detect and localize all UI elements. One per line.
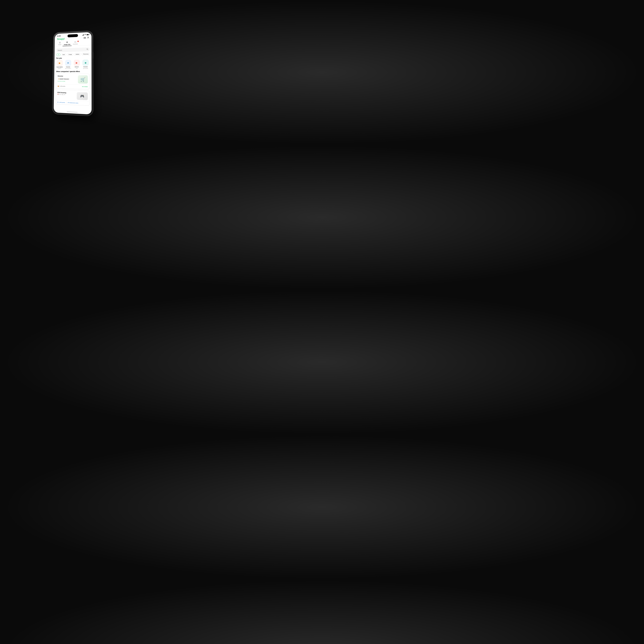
see-details-button[interactable]: See details	[82, 86, 88, 87]
tab-vouchers-label: Vouchers	[73, 43, 78, 45]
subscription-icon-wrap: ▶	[57, 60, 63, 66]
points-text: 1,200 points	[60, 86, 65, 87]
courses1-icon: ≫	[67, 62, 69, 64]
dynamic-island	[67, 34, 78, 37]
courses2-sub: Up to 30,00	[83, 68, 88, 69]
grocery-offer-card: Grocery ⚙ 30,000 T Discount For the 1st …	[56, 74, 90, 89]
tab-home-label: Home	[58, 44, 61, 45]
ps5-card: PS5 Drawing 📅 Sun, May 7th 🎮 ⬡	[56, 90, 90, 106]
basket-icon: 🧺	[58, 85, 59, 87]
internet-icon: ▶	[76, 61, 78, 64]
card-icon[interactable]	[84, 37, 86, 39]
vouchers-badge: 3	[77, 41, 79, 42]
diamond-icon: ⬡	[57, 101, 58, 103]
offer-points: 🧺 1,200 points	[58, 85, 65, 87]
offer-image: 🛒	[78, 75, 88, 84]
snapp-club-icon	[66, 41, 68, 44]
screen-content: All Best Snapp Market Pharmacy Sh... For…	[54, 45, 92, 112]
power-button	[93, 52, 93, 59]
offer-discount-badge: ⚙ 30,000 T Discount	[58, 78, 69, 80]
battery-icon	[87, 34, 89, 35]
voucher-icon	[75, 41, 76, 43]
header-actions	[84, 37, 89, 39]
courses2-name: Courses	[83, 66, 88, 67]
chip-pharmacy[interactable]: Pharmacy	[82, 53, 90, 55]
svg-point-2	[88, 37, 89, 38]
offer-first-order: For the 1st order	[58, 81, 78, 82]
redeemed-codes[interactable]: 🏷 Redeemed codes	[68, 102, 78, 104]
tag-icon: 🏷	[68, 102, 69, 103]
home-bar	[67, 111, 78, 113]
service-courses2[interactable]: ◉ Courses Up to 30,00	[82, 60, 89, 69]
internet-name: Internet	[75, 66, 79, 67]
tab-snapp-club-label: Snapp Club	[64, 44, 70, 45]
ps5-top: PS5 Drawing 📅 Sun, May 7th 🎮	[56, 90, 89, 101]
calendar-icon: 📅	[57, 94, 59, 95]
for-you-scroll: ▶ Subscription 30,000 T ≫ Courses Up to …	[54, 60, 92, 71]
courses1-sub: Up to 30,000 T	[65, 68, 71, 69]
offer-name: Grocery	[58, 75, 78, 77]
service-courses1[interactable]: ≫ Courses Up to 30,000 T	[65, 60, 72, 69]
volume-down-button	[53, 59, 53, 65]
silent-button	[53, 48, 54, 52]
phone-frame: 21:00 Snapp!	[52, 31, 93, 116]
ps5-points-text: 1,100 points	[59, 102, 65, 103]
chip-snapp[interactable]: Snapp	[67, 53, 73, 56]
svg-rect-1	[84, 38, 86, 38]
courses1-icon-wrap: ≫	[65, 60, 71, 66]
internet-sub: 10%	[76, 68, 78, 69]
other-offers-title: Other companies' special offers	[54, 71, 92, 74]
ps5-name: PS5 Drawing	[57, 92, 77, 94]
ps5-date-text: Sun, May 7th	[59, 94, 65, 95]
service-subscription[interactable]: ▶ Subscription 30,000 T	[56, 60, 63, 69]
home-icon	[59, 42, 61, 44]
ps5-date: 📅 Sun, May 7th	[57, 94, 77, 96]
courses2-icon-wrap: ◉	[83, 60, 89, 66]
wifi-icon	[85, 34, 86, 35]
volume-up-button	[53, 53, 53, 58]
phone-screen: 21:00 Snapp!	[54, 32, 92, 114]
signal-icon	[82, 34, 84, 35]
offer-top: Grocery ⚙ 30,000 T Discount For the 1st …	[58, 75, 88, 84]
tab-vouchers[interactable]: Vouchers 3	[72, 40, 79, 46]
svg-line-4	[88, 49, 88, 50]
divider	[66, 102, 67, 103]
chip-all[interactable]: All	[56, 53, 61, 56]
app-logo: Snapp!	[57, 38, 65, 41]
internet-icon-wrap: ▶	[74, 60, 80, 66]
ps5-image-emoji: 🎮	[80, 94, 84, 98]
service-internet[interactable]: ▶ Internet 10%	[73, 60, 80, 69]
subscription-icon: ▶	[59, 62, 61, 65]
tab-home[interactable]: Home	[57, 41, 63, 46]
ps5-info: PS5 Drawing 📅 Sun, May 7th	[57, 92, 77, 96]
discount-text: 30,000 T Discount	[60, 78, 69, 80]
user-icon[interactable]	[87, 37, 89, 39]
courses1-name: Courses	[66, 66, 70, 67]
coin-icon: ⚙	[58, 78, 59, 80]
offer-info: Grocery ⚙ 30,000 T Discount For the 1st …	[58, 75, 78, 82]
offers-section: Grocery ⚙ 30,000 T Discount For the 1st …	[54, 74, 92, 106]
subscription-name: Subscription	[56, 66, 63, 68]
status-icons	[82, 34, 89, 36]
chip-market[interactable]: Market	[74, 53, 81, 56]
tab-snapp-club[interactable]: Snapp Club	[63, 41, 72, 46]
search-icon[interactable]	[87, 48, 88, 50]
filter-chips: All Best Snapp Market Pharmacy Sh...	[55, 53, 92, 56]
chip-best[interactable]: Best	[61, 53, 66, 56]
chip-sh[interactable]: Sh...	[91, 53, 92, 55]
offer-bottom: 🧺 1,200 points See details	[58, 84, 88, 87]
search-input[interactable]	[58, 49, 87, 51]
subscription-sub: 30,000 T	[58, 68, 61, 69]
search-bar[interactable]	[56, 47, 89, 52]
redeemed-label: Redeemed codes	[69, 102, 78, 104]
ps5-points: ⬡ 1,100 points	[57, 101, 65, 103]
grocery-image-emoji: 🛒	[80, 77, 85, 82]
courses2-icon: ◉	[85, 61, 86, 64]
status-time: 21:00	[57, 35, 61, 37]
ps5-image: 🎮	[77, 92, 88, 100]
